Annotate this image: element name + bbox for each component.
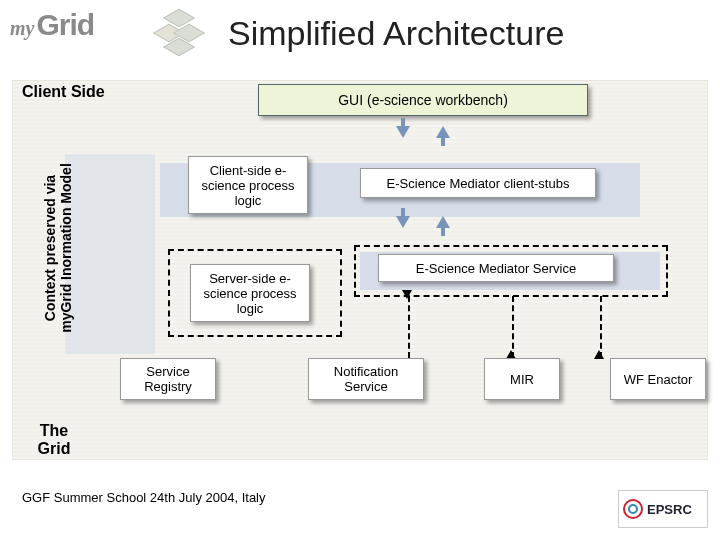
dashed-connector: [512, 296, 514, 358]
client-side-label: Client Side: [22, 83, 105, 101]
service-registry-box: Service Registry: [120, 358, 216, 400]
arrow-stem: [401, 208, 405, 218]
client-logic-box: Client-side e-science process logic: [188, 156, 308, 214]
svg-point-1: [629, 505, 637, 513]
arrow-stem: [441, 136, 445, 146]
footer-text: GGF Summer School 24th July 2004, Italy: [22, 490, 266, 505]
gui-box: GUI (e-science workbench): [258, 84, 588, 116]
server-logic-box: Server-side e-science process logic: [190, 264, 310, 322]
svg-point-0: [624, 500, 642, 518]
the-grid-text: The Grid: [24, 422, 84, 458]
arrow-stem: [401, 118, 405, 128]
logo-my: my: [10, 17, 34, 40]
context-line1: Context preserved via: [42, 148, 58, 348]
page-title: Simplified Architecture: [228, 14, 564, 53]
arrow-up-icon: [594, 350, 604, 359]
context-bar: [65, 154, 155, 354]
client-stubs-box: E-Science Mediator client-stubs: [360, 168, 596, 198]
cubes-icon: [150, 6, 210, 58]
svg-text:EPSRC: EPSRC: [647, 502, 692, 517]
epsrc-logo: EPSRC: [618, 490, 708, 528]
dashed-connector: [408, 296, 410, 358]
logo-grid: Grid: [36, 8, 94, 42]
context-vertical-label: Context preserved via myGrid Inormation …: [42, 148, 74, 348]
context-line2: myGrid Inormation Model: [58, 148, 74, 348]
arrow-stem: [441, 226, 445, 236]
mediator-service-box: E-Science Mediator Service: [378, 254, 614, 282]
arrow-down-icon: [402, 290, 412, 299]
notification-service-box: Notification Service: [308, 358, 424, 400]
epsrc-icon: EPSRC: [621, 494, 705, 524]
wf-enactor-box: WF Enactor: [610, 358, 706, 400]
dashed-connector: [600, 296, 602, 358]
mir-box: MIR: [484, 358, 560, 400]
logo: my Grid: [10, 8, 94, 42]
the-grid-label: The Grid: [24, 422, 84, 458]
